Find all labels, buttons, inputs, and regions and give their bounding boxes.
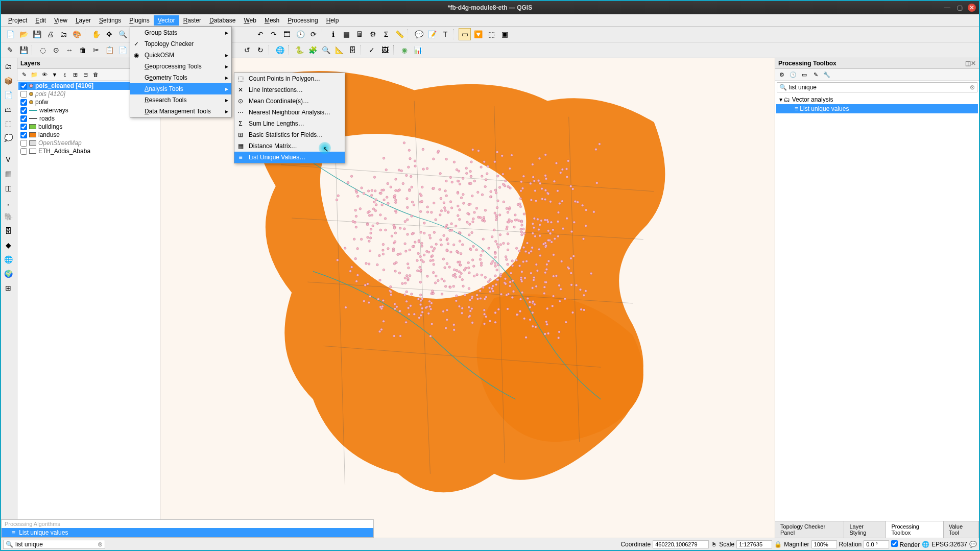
menu-plugins[interactable]: Plugins bbox=[125, 15, 153, 26]
submenu-item-nearest-neighbour-analysis-[interactable]: ⋯Nearest Neighbour Analysis… bbox=[234, 107, 345, 118]
menu-edit[interactable]: Edit bbox=[31, 15, 50, 26]
processing-toolbox-icon[interactable]: ⚙ bbox=[367, 28, 379, 40]
zoom-last-icon[interactable]: ↶ bbox=[254, 28, 267, 40]
menu-item-group-stats[interactable]: Group Stats bbox=[130, 27, 231, 38]
coordinate-toggle-icon[interactable]: 🖱 bbox=[711, 541, 717, 548]
georeferencer-icon[interactable]: 📐 bbox=[333, 44, 345, 56]
save-project-icon[interactable]: 💾 bbox=[31, 28, 43, 40]
menu-item-data-management-tools[interactable]: Data Management Tools bbox=[130, 106, 231, 117]
tree-item[interactable]: ≡ List unique values bbox=[776, 104, 978, 113]
tab-value-tool[interactable]: Value Tool bbox=[944, 521, 979, 538]
minimize-button[interactable]: — bbox=[943, 4, 951, 12]
undo-icon[interactable]: ↺ bbox=[241, 44, 253, 56]
map-tips-icon[interactable]: 💬 bbox=[413, 28, 425, 40]
new-shapefile-icon[interactable]: 📄 bbox=[2, 89, 14, 101]
attribute-table-icon[interactable]: ▦ bbox=[340, 28, 352, 40]
submenu-item-basic-statistics-for-fields-[interactable]: ⊞Basic Statistics for Fields… bbox=[234, 129, 345, 140]
new-project-icon[interactable]: 📄 bbox=[4, 28, 16, 40]
add-wms-icon[interactable]: 🌐 bbox=[2, 253, 14, 266]
render-checkbox[interactable] bbox=[891, 540, 898, 547]
layer-collapse-icon[interactable]: ⊟ bbox=[81, 70, 90, 79]
redo-icon[interactable]: ↻ bbox=[254, 44, 267, 56]
stats-icon[interactable]: Σ bbox=[380, 28, 392, 40]
open-data-source-icon[interactable]: 🗂 bbox=[2, 60, 14, 73]
menu-item-analysis-tools[interactable]: Analysis Tools bbox=[130, 83, 231, 94]
submenu-item-line-intersections-[interactable]: ✕Line Intersections… bbox=[234, 84, 345, 95]
new-map-view-icon[interactable]: 🗔 bbox=[281, 28, 293, 40]
tab-layer-styling[interactable]: Layer Styling bbox=[844, 521, 886, 538]
add-xyz-icon[interactable]: ⊞ bbox=[2, 282, 14, 294]
text-annotation-icon[interactable]: T bbox=[439, 28, 451, 40]
new-virtual-icon[interactable]: ⬚ bbox=[2, 117, 14, 130]
crs-icon[interactable]: 🌐 bbox=[922, 541, 929, 548]
menu-project[interactable]: Project bbox=[4, 15, 31, 26]
annotation-icon[interactable]: 📝 bbox=[426, 28, 438, 40]
new-print-layout-icon[interactable]: 🖨 bbox=[44, 28, 56, 40]
raster-calc-icon[interactable]: 🖼 bbox=[379, 44, 391, 56]
crs-label[interactable]: EPSG:32637 bbox=[931, 541, 967, 548]
locator-bar[interactable]: 🔍 ⊗ bbox=[3, 540, 105, 549]
scale-lock-icon[interactable]: 🔒 bbox=[774, 541, 782, 548]
submenu-item-list-unique-values-[interactable]: ≡List Unique Values… bbox=[234, 152, 345, 163]
menu-database[interactable]: Database bbox=[205, 15, 240, 26]
delete-feature-icon[interactable]: 🗑 bbox=[77, 44, 89, 56]
topology-checker-icon[interactable]: ✓ bbox=[366, 44, 378, 56]
menu-processing[interactable]: Processing bbox=[283, 15, 322, 26]
identify-icon[interactable]: ℹ bbox=[327, 28, 339, 40]
results-viewer-icon[interactable]: ▭ bbox=[800, 70, 809, 79]
add-postgis-icon[interactable]: 🐘 bbox=[2, 210, 14, 223]
rotation-input[interactable] bbox=[864, 540, 889, 548]
temporal-icon[interactable]: 🕓 bbox=[294, 28, 306, 40]
new-spatialite-icon[interactable]: 🗃 bbox=[2, 103, 14, 115]
python-console-icon[interactable]: 🐍 bbox=[293, 44, 305, 56]
layer-visibility-checkbox[interactable] bbox=[20, 99, 27, 106]
menu-vector[interactable]: Vector bbox=[154, 15, 179, 26]
add-wfs-icon[interactable]: 🌍 bbox=[2, 268, 14, 280]
open-project-icon[interactable]: 📂 bbox=[17, 28, 30, 40]
panel-dock-icon[interactable]: ◫✕ bbox=[965, 60, 976, 67]
toolbox-search-input[interactable] bbox=[789, 84, 970, 91]
layer-visibility-checkbox[interactable] bbox=[20, 132, 27, 138]
zoom-next-icon[interactable]: ↷ bbox=[268, 28, 280, 40]
coordinate-input[interactable] bbox=[653, 540, 709, 548]
db-manager-icon[interactable]: 🗄 bbox=[346, 44, 358, 56]
layer-row[interactable]: ETH_Addis_Ababa bbox=[18, 147, 159, 155]
maximize-button[interactable]: ▢ bbox=[955, 4, 964, 12]
osm-icon[interactable]: 🌐 bbox=[274, 44, 286, 56]
vertex-tool-icon[interactable]: ⊙ bbox=[50, 44, 62, 56]
toolbox-search[interactable]: 🔍 ⊗ bbox=[777, 82, 977, 92]
layer-visibility-icon[interactable]: 👁 bbox=[40, 70, 49, 79]
layer-visibility-checkbox[interactable] bbox=[20, 148, 27, 155]
deselect-icon[interactable]: ⬚ bbox=[485, 28, 497, 40]
style-manager-icon[interactable]: 🎨 bbox=[70, 28, 83, 40]
model-designer-icon[interactable]: ⚙ bbox=[777, 70, 786, 79]
layout-manager-icon[interactable]: 🗂 bbox=[57, 28, 69, 40]
add-vector-icon[interactable]: V bbox=[2, 153, 14, 165]
layer-add-group-icon[interactable]: 📁 bbox=[30, 70, 39, 79]
group-stats-icon[interactable]: 📊 bbox=[412, 44, 424, 56]
new-geopackage-icon[interactable]: 📦 bbox=[2, 75, 14, 87]
menu-layer[interactable]: Layer bbox=[71, 15, 95, 26]
layer-filter-legend-icon[interactable]: ▼ bbox=[50, 70, 59, 79]
cut-icon[interactable]: ✂ bbox=[90, 44, 102, 56]
menu-web[interactable]: Web bbox=[240, 15, 260, 26]
submenu-item-count-points-in-polygon-[interactable]: ⬚Count Points in Polygon… bbox=[234, 73, 345, 84]
add-mssql-icon[interactable]: ◆ bbox=[2, 239, 14, 251]
paste-icon[interactable]: 📄 bbox=[116, 44, 129, 56]
close-button[interactable]: ✕ bbox=[968, 4, 976, 12]
metasearch-icon[interactable]: 🔍 bbox=[320, 44, 332, 56]
move-feature-icon[interactable]: ↔ bbox=[63, 44, 76, 56]
select-by-value-icon[interactable]: 🔽 bbox=[472, 28, 484, 40]
select-all-icon[interactable]: ▣ bbox=[498, 28, 511, 40]
render-checkbox-label[interactable]: Render bbox=[891, 540, 920, 548]
clear-search-icon[interactable]: ⊗ bbox=[970, 84, 975, 91]
locator-clear-icon[interactable]: ⊗ bbox=[98, 541, 103, 548]
messages-icon[interactable]: 💬 bbox=[969, 541, 977, 548]
copy-icon[interactable]: 📋 bbox=[103, 44, 115, 56]
layer-visibility-checkbox[interactable] bbox=[20, 83, 27, 89]
submenu-item-sum-line-lengths-[interactable]: ΣSum Line Lengths… bbox=[234, 118, 345, 129]
field-calculator-icon[interactable]: 🖩 bbox=[353, 28, 366, 40]
menu-item-topology-checker[interactable]: ✓Topology Checker bbox=[130, 38, 231, 50]
pan-selection-icon[interactable]: ✥ bbox=[103, 28, 115, 40]
add-raster-icon[interactable]: ▦ bbox=[2, 167, 14, 180]
